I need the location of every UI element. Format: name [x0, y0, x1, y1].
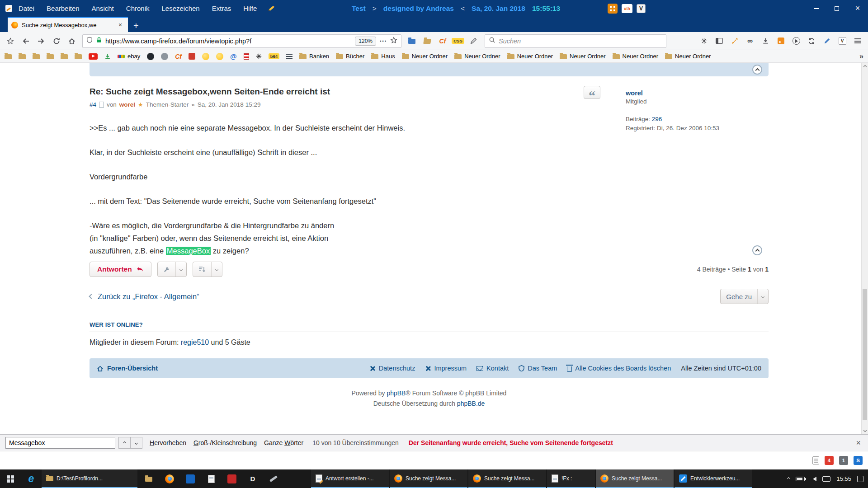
url-bar[interactable]: https://www.camp-firefox.de/forum/viewto… [82, 34, 401, 48]
grid-badge-icon[interactable] [608, 4, 618, 14]
taskbar-window-devtools[interactable]: Entwicklerwerkzeu... [675, 469, 752, 488]
folder-open-icon[interactable] [420, 34, 434, 48]
search-bar[interactable] [485, 34, 666, 48]
scroll-top-icon[interactable] [752, 65, 762, 75]
menu-bearbeiten[interactable]: Bearbeiten [47, 5, 80, 12]
find-previous-button[interactable] [118, 437, 131, 449]
taskbar-firefox-icon[interactable] [159, 469, 180, 488]
back-icon[interactable] [19, 34, 33, 48]
home-icon[interactable] [65, 34, 79, 48]
new-tab-button[interactable]: + [133, 21, 139, 30]
rss-icon[interactable] [774, 34, 788, 48]
reply-button[interactable]: Antworten [90, 262, 151, 277]
whole-words-button[interactable]: Ganze Wörter [264, 439, 303, 446]
gray-circle-icon[interactable] [161, 53, 168, 60]
taskbar-window-fx-notes[interactable]: !Fx : [547, 469, 595, 488]
taskbar-notepad-icon[interactable] [201, 469, 222, 488]
forum-index-link[interactable]: Foren-Übersicht [97, 365, 158, 372]
bookmark-folder-item[interactable]: Neuer Ordner [402, 53, 448, 60]
impressum-link[interactable]: Impressum [425, 365, 467, 372]
tab-close-icon[interactable]: × [116, 21, 124, 28]
active-tab[interactable]: Suche zeigt Messagebox,we × [8, 17, 128, 32]
match-case-button[interactable]: Groß-/Kleinschreibung [193, 439, 257, 446]
zoom-button[interactable]: 120% [355, 37, 376, 46]
bookmark-star-icon[interactable] [4, 34, 17, 48]
find-next-button[interactable] [130, 437, 142, 449]
volume-icon[interactable] [811, 477, 816, 481]
taskbar-window-suche-active[interactable]: Suche zeigt Messa... [596, 469, 674, 488]
v-badge-icon[interactable]: V [637, 4, 646, 13]
start-button[interactable] [0, 469, 21, 488]
lock-icon[interactable] [96, 37, 102, 45]
bookmark-folder-item[interactable]: Neuer Ordner [507, 53, 553, 60]
menu-chronik[interactable]: Chronik [126, 5, 150, 12]
theme-brush-icon[interactable] [728, 34, 741, 48]
reload-icon[interactable] [50, 34, 63, 48]
bookmark-folder-item[interactable]: Neuer Ordner [454, 53, 500, 60]
extension-v-icon[interactable]: V [835, 34, 849, 48]
bookmark-folder-icon[interactable] [19, 53, 26, 59]
list-icon[interactable] [286, 54, 292, 59]
pencil-edit-icon[interactable] [820, 34, 834, 48]
kontakt-link[interactable]: Kontakt [476, 365, 509, 372]
topic-tools-button[interactable] [157, 262, 187, 277]
post-title[interactable]: Re: Suche zeigt Messagebox,wenn Seiten-E… [90, 87, 602, 97]
taskbar-explorer-window[interactable]: D:\Test\Profilordn... [42, 469, 137, 488]
scroll-top-icon[interactable] [752, 245, 762, 255]
menu-extras[interactable]: Extras [212, 5, 231, 12]
scrollbar-thumb[interactable] [863, 289, 867, 420]
forward-icon[interactable] [34, 34, 48, 48]
highlight-all-button[interactable]: Hervorheben [150, 439, 186, 446]
phpbb-link[interactable]: phpBB [387, 389, 406, 397]
maximize-button[interactable] [826, 0, 847, 17]
datenschutz-link[interactable]: Datenschutz [370, 365, 415, 372]
clock[interactable]: 15:55 [836, 475, 851, 482]
taskbar-window-suche-2[interactable]: Suche zeigt Messa... [468, 469, 546, 488]
s-app-icon[interactable]: S [854, 456, 863, 465]
screenshot-asterisk-icon[interactable] [697, 34, 711, 48]
taskbar-window-suche-1[interactable]: Suche zeigt Messa... [390, 469, 467, 488]
close-window-button[interactable]: × [847, 0, 868, 17]
battery-icon[interactable] [796, 477, 805, 481]
taskbar-blue-app-icon[interactable] [180, 469, 201, 488]
download-icon[interactable] [759, 34, 772, 48]
bookmark-folder-item[interactable]: Neuer Ordner [665, 53, 711, 60]
search-input[interactable] [499, 38, 662, 45]
clipboard-icon[interactable] [812, 456, 819, 465]
action-center-icon[interactable] [857, 476, 863, 482]
scroll-down-icon[interactable] [862, 427, 868, 434]
menu-lesezeichen[interactable]: Lesezeichen [161, 5, 199, 12]
bookmark-folder-item[interactable]: Neuer Ordner [560, 53, 605, 60]
sort-button[interactable] [193, 262, 222, 277]
campfirefox-bookmark-icon[interactable]: Cf [175, 53, 182, 60]
post-number-link[interactable]: #4 [90, 101, 96, 108]
taskbar-d-app-icon[interactable]: D [242, 469, 263, 488]
bookmarks-overflow-icon[interactable]: » [859, 52, 863, 61]
edit-icon[interactable] [467, 34, 480, 48]
flag-icon[interactable] [244, 53, 249, 60]
minimize-button[interactable] [806, 0, 826, 17]
phpbb-de-link[interactable]: phpBB.de [457, 400, 485, 407]
url-text[interactable]: https://www.camp-firefox.de/forum/viewto… [105, 38, 352, 45]
bookmark-folder-banken[interactable]: Banken [299, 53, 329, 60]
menu-hilfe[interactable]: Hilfe [243, 5, 257, 12]
infinity-icon[interactable]: ∞ [743, 34, 757, 48]
youtube-icon[interactable] [89, 53, 98, 60]
scrollbar[interactable] [861, 63, 868, 434]
b64-badge-icon[interactable]: b64 [269, 53, 279, 59]
find-input[interactable] [5, 437, 115, 449]
bookmark-folder-buecher[interactable]: Bücher [336, 53, 364, 60]
pencil-icon[interactable] [268, 5, 275, 11]
video-play-icon[interactable] [789, 34, 803, 48]
asterisk-icon[interactable] [256, 53, 262, 59]
bookmark-ebay[interactable]: ebay [118, 53, 140, 60]
page-actions-icon[interactable]: ⋯ [379, 37, 387, 45]
posts-count-link[interactable]: 296 [652, 116, 662, 122]
css-badge-icon[interactable]: CSS [451, 34, 465, 48]
profile-username[interactable]: worel [626, 89, 769, 97]
shield-icon[interactable] [86, 37, 93, 45]
das-team-link[interactable]: Das Team [519, 365, 557, 372]
taskbar-ruler-icon[interactable] [263, 469, 284, 488]
uth-badge-icon[interactable]: uth [622, 4, 632, 13]
taskbar-red-app-icon[interactable] [222, 469, 242, 488]
